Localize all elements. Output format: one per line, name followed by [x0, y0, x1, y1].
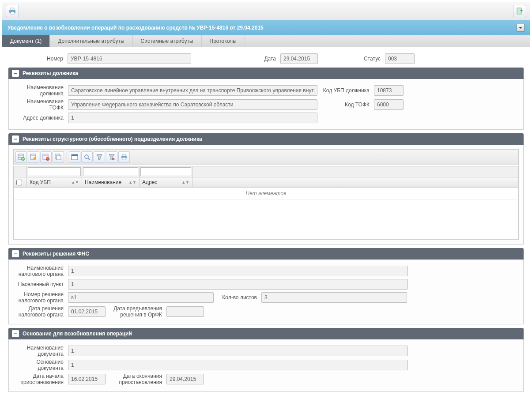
content-area: Номер Дата Статус − Реквизиты должника Н… — [2, 47, 530, 401]
debtor-ubp-code-field[interactable] — [374, 85, 404, 96]
basis-doc-basis-field[interactable] — [68, 360, 408, 370]
tofk-name-label: Наименование ТОФК — [13, 98, 66, 111]
top-toolbar — [2, 2, 530, 20]
grid-empty-text: Нет элементов — [14, 188, 518, 199]
grid-col-ubp[interactable]: Код УБП▲▼ — [27, 177, 82, 187]
grid-delete-button[interactable] — [40, 151, 52, 163]
section-subdiv-title: Реквизиты структурного (обособленного) п… — [23, 136, 202, 142]
fns-decision-num-label: Номер решения налогового органа — [13, 291, 66, 304]
grid-calendar-button[interactable] — [69, 151, 80, 163]
basis-doc-basis-label: Основание документа — [13, 359, 66, 371]
title-dropdown-button[interactable] — [517, 24, 524, 32]
grid-print-button[interactable] — [118, 151, 130, 163]
svg-rect-1 — [11, 8, 14, 10]
window-title: Уведомление о возобновлении операций по … — [8, 25, 264, 31]
debtor-address-field[interactable] — [68, 113, 317, 123]
grid-col-addr[interactable]: Адрес▲▼ — [140, 177, 192, 187]
fns-sheets-field[interactable] — [261, 292, 407, 303]
fns-decision-date-label: Дата решения налогового органа — [13, 305, 66, 318]
date-field[interactable] — [280, 53, 318, 64]
section-fns-header: − Реквизиты решения ФНС — [8, 248, 524, 260]
export-button[interactable] — [513, 5, 526, 17]
section-debtor-header: − Реквизиты должника — [8, 68, 524, 79]
date-label: Дата — [261, 56, 279, 62]
svg-rect-17 — [72, 154, 78, 156]
fns-locality-label: Населенный пункт — [13, 281, 66, 287]
debtor-name-field[interactable] — [68, 85, 317, 96]
grid-filter-row — [14, 166, 518, 177]
svg-rect-22 — [122, 158, 126, 160]
basis-doc-name-label: Наименование документа — [13, 345, 66, 357]
funnel-clear-icon — [108, 154, 115, 161]
basis-start-date-field[interactable] — [68, 374, 106, 384]
svg-rect-15 — [57, 155, 61, 160]
collapse-subdiv-button[interactable]: − — [12, 135, 19, 143]
fns-sheets-label: Кол-во листов — [215, 294, 260, 301]
tab-bar: Документ (1) Дополнительные атрибуты Сис… — [2, 35, 530, 47]
print-button[interactable] — [6, 5, 19, 17]
fns-decision-num-field[interactable] — [68, 292, 214, 303]
debtor-name-label: Наименование должника — [13, 84, 66, 97]
svg-rect-4 — [517, 8, 521, 14]
fns-org-name-label: Наименование налогового органа — [13, 265, 66, 277]
filter-addr-input[interactable] — [140, 167, 191, 176]
section-basis-header: − Основание для возобновления операций — [8, 328, 524, 339]
fns-org-name-field[interactable] — [68, 266, 408, 276]
calendar-icon — [71, 154, 78, 161]
tab-protocols[interactable]: Протоколы — [202, 35, 245, 47]
section-subdiv-body: Код УБП▲▼ Наименование▲▼ Адрес▲▼ Нет эле… — [8, 145, 524, 245]
grid-toolbar — [13, 149, 519, 165]
status-field[interactable] — [385, 53, 415, 64]
section-subdiv-header: − Реквизиты структурного (обособленного)… — [8, 133, 524, 145]
grid-filter-clear-button[interactable] — [106, 151, 117, 163]
fns-submit-date-field[interactable] — [166, 306, 204, 317]
tab-document[interactable]: Документ (1) — [2, 35, 50, 47]
status-label: Статус — [361, 56, 383, 62]
collapse-debtor-button[interactable]: − — [12, 70, 19, 77]
collapse-basis-button[interactable]: − — [12, 330, 19, 337]
debtor-address-label: Адрес должника — [13, 115, 66, 121]
number-field[interactable] — [68, 53, 191, 64]
subdiv-grid: Код УБП▲▼ Наименование▲▼ Адрес▲▼ Нет эле… — [13, 166, 519, 240]
svg-rect-2 — [11, 12, 14, 14]
tofk-code-field[interactable] — [374, 99, 404, 110]
tab-additional-attrs[interactable]: Дополнительные атрибуты — [50, 35, 132, 47]
debtor-ubp-code-label: Код УБП должника — [319, 87, 372, 94]
table-edit-icon — [30, 154, 37, 161]
number-label: Номер — [8, 56, 66, 62]
basis-end-date-field[interactable] — [166, 374, 204, 384]
collapse-fns-button[interactable]: − — [12, 250, 19, 257]
filter-ubp-input[interactable] — [28, 167, 81, 176]
printer-icon — [8, 8, 16, 15]
svg-line-19 — [88, 158, 90, 160]
table-delete-icon — [42, 154, 49, 161]
tab-system-attrs[interactable]: Системные атрибуты — [133, 35, 202, 47]
title-bar: Уведомление о возобновлении операций по … — [2, 20, 530, 35]
filter-name-input[interactable] — [83, 167, 138, 176]
grid-body — [14, 199, 518, 239]
svg-point-18 — [85, 155, 88, 158]
section-fns-title: Реквизиты решения ФНС — [23, 251, 89, 257]
table-add-icon — [18, 154, 25, 161]
tofk-name-field[interactable] — [68, 99, 317, 110]
grid-copy-button[interactable] — [53, 151, 64, 163]
grid-search-button[interactable] — [81, 151, 93, 163]
section-fns-body: Наименование налогового органа Населенны… — [8, 260, 524, 324]
tofk-code-label: Код ТОФК — [319, 102, 372, 108]
grid-edit-button[interactable] — [28, 151, 39, 163]
header-fields-row: Номер Дата Статус — [8, 53, 524, 64]
grid-header-row: Код УБП▲▼ Наименование▲▼ Адрес▲▼ — [14, 177, 518, 188]
chevron-down-icon — [519, 27, 522, 29]
grid-select-all-checkbox[interactable] — [16, 180, 22, 185]
app-window: Уведомление о возобновлении операций по … — [2, 2, 530, 401]
section-basis-title: Основание для возобновления операций — [23, 331, 132, 337]
funnel-icon — [96, 154, 103, 161]
fns-locality-field[interactable] — [68, 279, 408, 290]
basis-doc-name-field[interactable] — [68, 346, 408, 356]
grid-add-button[interactable] — [15, 151, 27, 163]
fns-submit-date-label: Дата предъявления решения в ОрФК — [107, 305, 165, 318]
svg-point-3 — [14, 10, 15, 11]
fns-decision-date-field[interactable] — [68, 306, 106, 317]
grid-col-name[interactable]: Наименование▲▼ — [82, 177, 140, 187]
grid-filter-button[interactable] — [94, 151, 105, 163]
